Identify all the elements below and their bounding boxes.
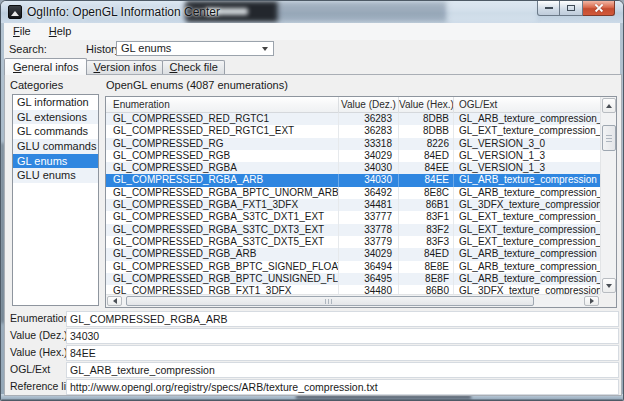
- cell-c0: GL_COMPRESSED_RGBA: [106, 162, 339, 174]
- scroll-left-button[interactable]: [107, 296, 122, 306]
- tab-general-infos[interactable]: General infos: [4, 58, 87, 75]
- menubar: FileHelp: [4, 23, 622, 40]
- table-row[interactable]: GL_COMPRESSED_RGBA_S3TC_DXT3_EXT3377883F…: [106, 224, 600, 236]
- table-row[interactable]: GL_COMPRESSED_RGB3402984EDGL_VERSION_1_3: [106, 150, 600, 162]
- cell-c2: 83F3: [399, 236, 454, 248]
- cell-c1: 34481: [339, 199, 399, 211]
- cell-c2: 86B0: [399, 285, 454, 294]
- detail-field-value-dez[interactable]: 34030: [66, 328, 619, 344]
- cell-c0: GL_COMPRESSED_RGB: [106, 150, 339, 162]
- close-button[interactable]: [583, 1, 615, 16]
- cell-c0: GL_COMPRESSED_RGBA_ARB: [106, 174, 339, 186]
- table-row[interactable]: GL_COMPRESSED_RGB_BPTC_SIGNED_FLOAT_ARB3…: [106, 261, 600, 273]
- category-gl-enums[interactable]: GL enums: [13, 154, 98, 169]
- categories-listbox: GL informationGL extensionsGL commandsGL…: [12, 94, 99, 306]
- tabstrip: General infosVersion infosCheck file: [4, 58, 622, 74]
- cell-c0: GL_COMPRESSED_RGBA_S3TC_DXT1_EXT: [106, 211, 339, 223]
- search-label: Search:: [9, 43, 47, 55]
- table-row[interactable]: GL_COMPRESSED_RGBA_S3TC_DXT5_EXT3377983F…: [106, 236, 600, 248]
- tab-version-infos[interactable]: Version infos: [86, 60, 163, 74]
- category-glu-commands[interactable]: GLU commands: [13, 139, 98, 154]
- arrow-down-icon: [606, 284, 612, 288]
- table-row[interactable]: GL_COMPRESSED_RGBA_BPTC_UNORM_ARB364928E…: [106, 187, 600, 199]
- cell-c0: GL_COMPRESSED_RGB_ARB: [106, 248, 339, 260]
- cell-c1: 34480: [339, 285, 399, 294]
- table-row[interactable]: GL_COMPRESSED_RED_RGTC1362838DBBGL_ARB_t…: [106, 113, 600, 125]
- cell-c3: GL_ARB_texture_compression: [454, 248, 600, 260]
- column-header-value-dez[interactable]: Value (Dez.): [339, 97, 399, 113]
- scroll-right-button[interactable]: [584, 296, 599, 306]
- cell-c2: 8226: [399, 138, 454, 150]
- cell-c3: GL_EXT_texture_compression_s3tc: [454, 236, 600, 248]
- cell-c0: GL_COMPRESSED_RGBA_S3TC_DXT3_EXT: [106, 224, 339, 236]
- cell-c0: GL_COMPRESSED_RED_RGTC1: [106, 113, 339, 125]
- tab-check-file[interactable]: Check file: [162, 60, 224, 74]
- cell-c1: 36494: [339, 261, 399, 273]
- table-body: GL_COMPRESSED_RED_RGTC1362838DBBGL_ARB_t…: [106, 113, 600, 294]
- detail-field-value-hex[interactable]: 84EE: [66, 345, 619, 361]
- cell-c3: GL_ARB_texture_compression_rgtc: [454, 113, 600, 125]
- history-combobox[interactable]: GL enums: [116, 41, 274, 56]
- detail-field-ogl-ext[interactable]: GL_ARB_texture_compression: [66, 362, 619, 378]
- cell-c1: 33779: [339, 236, 399, 248]
- cell-c2: 84EE: [399, 174, 454, 186]
- table-row[interactable]: GL_COMPRESSED_RED_RGTC1_EXT362838DBBGL_E…: [106, 125, 600, 137]
- vertical-scrollbar-thumb[interactable]: [602, 125, 616, 151]
- cell-c3: GL_VERSION_3_0: [454, 138, 600, 150]
- category-gl-commands[interactable]: GL commands: [13, 124, 98, 139]
- cell-c1: 36283: [339, 113, 399, 125]
- cell-c3: GL_EXT_texture_compression_rgtc: [454, 125, 600, 137]
- window-title: OglInfo: OpenGL Information Center: [27, 5, 220, 19]
- table-row[interactable]: GL_COMPRESSED_RGB_FXT1_3DFX3448086B0GL_3…: [106, 285, 600, 294]
- menu-file[interactable]: File: [4, 23, 40, 40]
- column-header-ogl-ext[interactable]: OGL/Ext: [454, 97, 600, 113]
- vertical-scrollbar[interactable]: [600, 97, 616, 294]
- titlebar[interactable]: OglInfo: OpenGL Information Center: [1, 1, 623, 23]
- cell-c2: 84EE: [399, 162, 454, 174]
- detail-row-reference-link: Reference linkhttp://www.opengl.org/regi…: [5, 379, 621, 395]
- table-row[interactable]: GL_COMPRESSED_RGBA_FXT1_3DFX3448186B1GL_…: [106, 199, 600, 211]
- categories-caption: Categories: [10, 79, 63, 91]
- table-row[interactable]: GL_COMPRESSED_RGBA3403084EEGL_VERSION_1_…: [106, 162, 600, 174]
- maximize-button[interactable]: [560, 1, 583, 16]
- table-row[interactable]: GL_COMPRESSED_RGB_BPTC_UNSIGNED_FLOAT_AR…: [106, 273, 600, 285]
- table-header: EnumerationValue (Dez.)Value (Hex.)OGL/E…: [106, 97, 600, 113]
- cell-c1: 33778: [339, 224, 399, 236]
- menu-help[interactable]: Help: [40, 23, 81, 40]
- cell-c3: GL_ARB_texture_compression_bptc: [454, 261, 600, 273]
- cell-c3: GL_EXT_texture_compression_dxt1: [454, 211, 600, 223]
- scrollbar-corner: [600, 294, 616, 307]
- column-header-enumeration[interactable]: Enumeration: [106, 97, 339, 113]
- detail-label: Value (Hex.): [10, 346, 68, 358]
- category-gl-extensions[interactable]: GL extensions: [13, 110, 98, 125]
- minimize-button[interactable]: [537, 1, 560, 16]
- horizontal-scrollbar-thumb[interactable]: [126, 296, 534, 306]
- cell-c3: GL_VERSION_1_3: [454, 150, 600, 162]
- scroll-up-button[interactable]: [602, 98, 616, 113]
- cell-c1: 34030: [339, 162, 399, 174]
- detail-label: Value (Dez.): [10, 329, 68, 341]
- cell-c2: 8E8F: [399, 273, 454, 285]
- detail-label: OGL/Ext: [10, 363, 50, 375]
- arrow-up-icon: [606, 104, 612, 108]
- column-header-value-hex[interactable]: Value (Hex.): [399, 97, 454, 113]
- detail-field-enumeration[interactable]: GL_COMPRESSED_RGBA_ARB: [66, 311, 619, 327]
- cell-c1: 36283: [339, 125, 399, 137]
- enums-table: EnumerationValue (Dez.)Value (Hex.)OGL/E…: [105, 96, 617, 308]
- cell-c3: GL_ARB_texture_compression_bptc: [454, 273, 600, 285]
- scroll-down-button[interactable]: [602, 278, 616, 293]
- cell-c1: 34029: [339, 150, 399, 162]
- chevron-down-icon: [262, 47, 268, 51]
- horizontal-scrollbar[interactable]: [106, 294, 600, 307]
- table-row[interactable]: GL_COMPRESSED_RG333188226GL_VERSION_3_0: [106, 138, 600, 150]
- enums-panel-caption: OpenGL enums (4087 enumerations): [106, 79, 288, 91]
- app-window: OglInfo: OpenGL Information Center FileH…: [0, 0, 624, 401]
- category-gl-information[interactable]: GL information: [13, 95, 98, 110]
- table-row[interactable]: GL_COMPRESSED_RGBA_S3TC_DXT1_EXT3377783F…: [106, 211, 600, 223]
- category-glu-enums[interactable]: GLU enums: [13, 168, 98, 183]
- table-row[interactable]: GL_COMPRESSED_RGB_ARB3402984EDGL_ARB_tex…: [106, 248, 600, 260]
- table-row[interactable]: GL_COMPRESSED_RGBA_ARB3403084EEGL_ARB_te…: [106, 174, 600, 186]
- background-highlight-blob: [447, 1, 537, 22]
- cell-c2: 8E8C: [399, 187, 454, 199]
- detail-field-reference-link[interactable]: http://www.opengl.org/registry/specs/ARB…: [66, 379, 619, 395]
